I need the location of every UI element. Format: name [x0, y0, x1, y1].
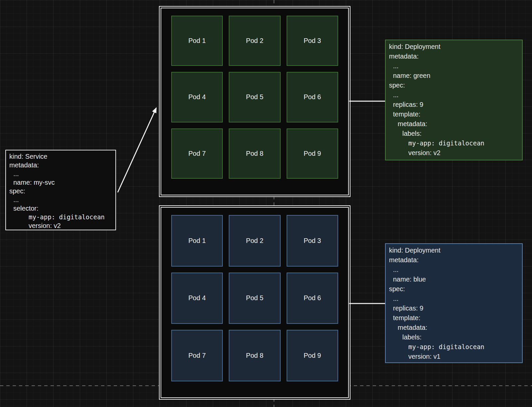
green-pod-1: Pod 1 — [171, 16, 223, 66]
blue-pod-7: Pod 7 — [171, 330, 223, 381]
yaml-line: version: v1 — [388, 352, 519, 361]
pod-label: Pod 1 — [189, 37, 206, 45]
blue-pod-container: Pod 1 Pod 2 Pod 3 Pod 4 Pod 5 Pod 6 Pod … — [159, 205, 350, 400]
service-yaml-box: kind: Service metadata: ... name: my-svc… — [5, 150, 116, 230]
blue-pod-4: Pod 4 — [171, 273, 223, 324]
yaml-line: ... — [9, 169, 113, 178]
green-pod-grid: Pod 1 Pod 2 Pod 3 Pod 4 Pod 5 Pod 6 Pod … — [162, 9, 347, 194]
yaml-line: ... — [388, 265, 519, 275]
blue-pod-3: Pod 3 — [287, 215, 338, 267]
yaml-line: kind: Service — [9, 152, 113, 161]
yaml-line: kind: Deployment — [388, 42, 519, 52]
yaml-line: kind: Deployment — [388, 246, 519, 255]
green-pod-3: Pod 3 — [287, 16, 338, 66]
yaml-line: metadata: — [388, 52, 519, 61]
yaml-line: ... — [388, 61, 519, 71]
yaml-line: metadata: — [388, 119, 519, 129]
pod-label: Pod 4 — [189, 294, 206, 302]
blue-pod-5: Pod 5 — [229, 273, 280, 324]
diagram-canvas: Pod 1 Pod 2 Pod 3 Pod 4 Pod 5 Pod 6 Pod … — [0, 0, 532, 407]
yaml-line: labels: — [388, 332, 519, 342]
pod-label: Pod 6 — [304, 294, 321, 302]
yaml-line: ... — [388, 90, 519, 100]
green-pod-7: Pod 7 — [171, 128, 223, 179]
pod-label: Pod 3 — [304, 237, 321, 245]
blue-pod-1: Pod 1 — [171, 215, 223, 267]
yaml-line: my-app: digitalocean — [9, 213, 113, 221]
yaml-line: replicas: 9 — [388, 100, 519, 109]
yaml-line: template: — [388, 313, 519, 323]
pod-label: Pod 7 — [189, 352, 206, 359]
green-pod-9: Pod 9 — [287, 128, 338, 179]
yaml-line: version: v2 — [388, 148, 519, 158]
green-pod-5: Pod 5 — [229, 72, 280, 122]
pod-label: Pod 8 — [246, 352, 263, 359]
green-pod-container: Pod 1 Pod 2 Pod 3 Pod 4 Pod 5 Pod 6 Pod … — [159, 6, 350, 197]
yaml-line: spec: — [9, 187, 113, 195]
yaml-line: ... — [9, 195, 113, 204]
blue-pod-6: Pod 6 — [287, 273, 338, 324]
pod-label: Pod 9 — [304, 352, 321, 359]
green-deployment-yaml-box: kind: Deployment metadata: ... name: gre… — [385, 40, 523, 160]
blue-pod-2: Pod 2 — [229, 215, 280, 267]
yaml-line: metadata: — [9, 161, 113, 169]
yaml-line: my-app: digitalocean — [388, 138, 519, 148]
yaml-line: spec: — [388, 284, 519, 294]
pod-label: Pod 2 — [246, 37, 263, 45]
yaml-line: name: my-svc — [9, 178, 113, 187]
pod-label: Pod 2 — [246, 237, 263, 245]
pod-label: Pod 9 — [304, 150, 321, 157]
green-pod-4: Pod 4 — [171, 72, 223, 122]
blue-pod-9: Pod 9 — [287, 330, 338, 381]
green-pod-2: Pod 2 — [229, 16, 280, 66]
yaml-line: selector: — [9, 204, 113, 213]
pod-label: Pod 8 — [246, 150, 263, 157]
yaml-line: spec: — [388, 81, 519, 90]
pod-label: Pod 3 — [304, 37, 321, 45]
pod-label: Pod 4 — [189, 93, 206, 101]
yaml-line: metadata: — [388, 323, 519, 332]
blue-pod-8: Pod 8 — [229, 330, 280, 381]
green-pod-8: Pod 8 — [229, 128, 280, 179]
pod-label: Pod 7 — [189, 150, 206, 157]
yaml-line: ... — [388, 294, 519, 304]
yaml-line: template: — [388, 109, 519, 119]
blue-pod-grid: Pod 1 Pod 2 Pod 3 Pod 4 Pod 5 Pod 6 Pod … — [162, 208, 347, 397]
pod-label: Pod 6 — [304, 93, 321, 101]
yaml-line: replicas: 9 — [388, 304, 519, 313]
service-to-green-arrow — [118, 108, 156, 192]
yaml-line: my-app: digitalocean — [388, 342, 519, 352]
pod-label: Pod 5 — [246, 93, 263, 101]
pod-label: Pod 5 — [246, 294, 263, 302]
green-pod-6: Pod 6 — [287, 72, 338, 122]
blue-deployment-yaml-box: kind: Deployment metadata: ... name: blu… — [385, 243, 523, 363]
pod-label: Pod 1 — [189, 237, 206, 245]
yaml-line: name: blue — [388, 275, 519, 284]
yaml-line: metadata: — [388, 255, 519, 265]
yaml-line: version: v2 — [9, 221, 113, 230]
yaml-line: labels: — [388, 129, 519, 138]
yaml-line: name: green — [388, 71, 519, 81]
